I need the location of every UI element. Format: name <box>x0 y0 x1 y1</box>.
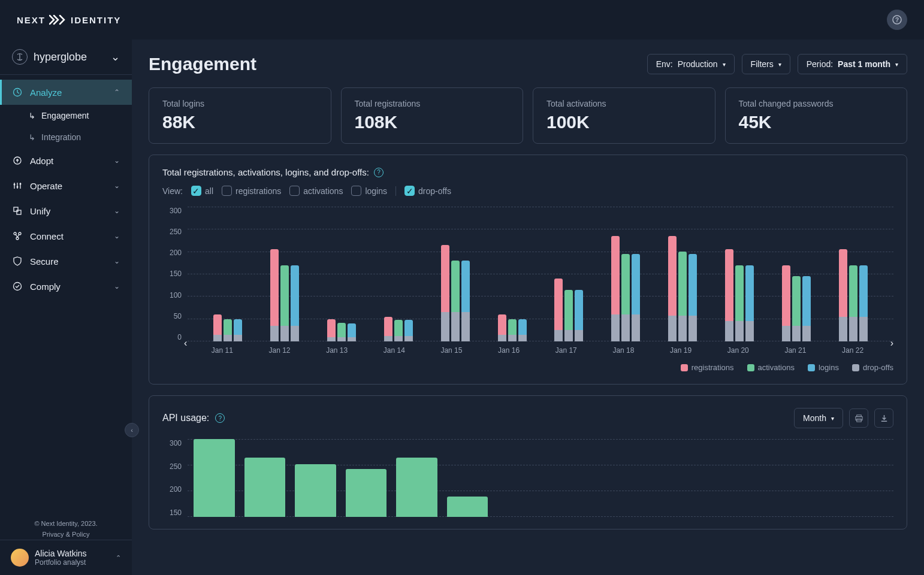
env-selector[interactable]: Env: Production ▾ <box>647 54 735 74</box>
printer-icon <box>854 414 863 423</box>
org-icon <box>12 49 28 65</box>
print-button[interactable] <box>849 408 868 428</box>
bar[interactable] <box>621 254 630 341</box>
bar-group <box>498 207 527 341</box>
nav-item-comply[interactable]: Comply ⌄ <box>0 274 132 299</box>
org-selector[interactable]: hyperglobe ⌄ <box>0 40 132 75</box>
y-tick: 250 <box>162 462 182 471</box>
bar[interactable] <box>234 319 242 341</box>
stat-cards: Total logins 88K Total registrations 108… <box>149 87 907 144</box>
svg-rect-7 <box>14 207 18 211</box>
view-filters: View: ✓allregistrationsactivationslogins… <box>162 186 893 196</box>
sidebar: hyperglobe ⌄ Analyze ⌃ ↳ Engagement ↳ In… <box>0 40 132 575</box>
bar[interactable] <box>441 245 449 341</box>
bar[interactable] <box>337 323 346 342</box>
nav-item-adopt[interactable]: Adopt ⌄ <box>0 148 132 173</box>
stat-label: Total changed passwords <box>739 99 894 108</box>
user-row[interactable]: Alicia Watkins Portfolio analyst ⌃ <box>0 540 132 575</box>
nav-item-unify[interactable]: Unify ⌄ <box>0 198 132 223</box>
nav-item-analyze[interactable]: Analyze ⌃ <box>0 80 132 105</box>
bar[interactable] <box>270 249 279 341</box>
bar[interactable] <box>295 464 336 517</box>
nav: Analyze ⌃ ↳ Engagement ↳ Integration Ado… <box>0 75 132 512</box>
sub-item-integration[interactable]: ↳ Integration <box>0 126 132 148</box>
bar[interactable] <box>404 320 413 341</box>
bar[interactable] <box>396 458 437 517</box>
bar[interactable] <box>508 319 517 341</box>
bar[interactable] <box>725 249 733 341</box>
view-filter-logins[interactable]: logins <box>351 186 387 196</box>
bar[interactable] <box>213 314 222 341</box>
bar[interactable] <box>194 439 235 517</box>
bar[interactable] <box>244 458 286 517</box>
bar[interactable] <box>859 265 868 342</box>
bar[interactable] <box>782 265 790 342</box>
top-bar: NEXT IDENTITY ? <box>0 0 924 40</box>
check-circle-icon <box>12 281 23 292</box>
bar[interactable] <box>632 254 640 341</box>
nav-item-secure[interactable]: Secure ⌄ <box>0 249 132 274</box>
bar[interactable] <box>668 236 677 341</box>
legend-item[interactable]: registrations <box>681 363 734 372</box>
api-period-selector[interactable]: Month ▾ <box>794 408 843 428</box>
legend-label: registrations <box>692 363 734 372</box>
bar[interactable] <box>461 261 470 341</box>
bar[interactable] <box>802 276 811 341</box>
x-tick: Jan 13 <box>326 346 348 355</box>
stat-card-passwords: Total changed passwords 45K <box>725 87 908 144</box>
sub-item-engagement[interactable]: ↳ Engagement <box>0 105 132 126</box>
bar[interactable] <box>745 265 754 342</box>
help-button[interactable]: ? <box>887 10 907 30</box>
org-name: hyperglobe <box>34 51 87 63</box>
info-icon[interactable]: ? <box>215 413 225 423</box>
bar[interactable] <box>554 279 563 341</box>
bar[interactable] <box>575 290 583 341</box>
x-tick: Jan 16 <box>498 346 520 355</box>
info-icon[interactable]: ? <box>374 168 384 177</box>
view-filter-drop-offs[interactable]: ✓drop-offs <box>404 186 451 196</box>
nav-item-connect[interactable]: Connect ⌄ <box>0 223 132 249</box>
y-tick: 200 <box>162 485 182 494</box>
download-button[interactable] <box>874 408 893 428</box>
bar[interactable] <box>394 320 403 341</box>
chart-prev-button[interactable]: ‹ <box>184 338 187 349</box>
legend-item[interactable]: drop-offs <box>852 363 893 372</box>
x-tick: Jan 20 <box>727 346 749 355</box>
bar[interactable] <box>498 314 506 341</box>
bar-group <box>213 207 242 341</box>
svg-point-6 <box>20 183 22 185</box>
bar[interactable] <box>735 265 744 342</box>
bar[interactable] <box>611 236 620 341</box>
legend-item[interactable]: activations <box>747 363 795 372</box>
bar[interactable] <box>564 290 573 341</box>
bar[interactable] <box>689 254 697 341</box>
legend-item[interactable]: logins <box>808 363 839 372</box>
bar[interactable] <box>849 265 857 342</box>
view-filter-activations[interactable]: activations <box>289 186 343 196</box>
nav-item-operate[interactable]: Operate ⌄ <box>0 173 132 198</box>
bar[interactable] <box>839 249 847 341</box>
bar[interactable] <box>451 261 460 341</box>
view-filter-all[interactable]: ✓all <box>191 186 213 196</box>
privacy-link[interactable]: Privacy & Policy <box>0 529 132 540</box>
bar[interactable] <box>280 265 289 342</box>
bar[interactable] <box>384 317 392 341</box>
copyright: © Next Identity, 2023. <box>0 518 132 529</box>
bar[interactable] <box>678 252 687 341</box>
view-filter-registrations[interactable]: registrations <box>222 186 281 196</box>
y-axis: 300250200150 <box>162 439 182 517</box>
bar[interactable] <box>792 276 801 341</box>
filters-button[interactable]: Filters ▾ <box>742 54 790 74</box>
bar[interactable] <box>224 319 232 341</box>
period-selector[interactable]: Period: Past 1 month ▾ <box>798 54 907 74</box>
bar[interactable] <box>291 265 299 342</box>
chart-next-button[interactable]: › <box>890 338 893 349</box>
bar[interactable] <box>327 319 336 341</box>
bar[interactable] <box>447 497 488 517</box>
bar[interactable] <box>346 469 387 517</box>
bar[interactable] <box>518 319 527 341</box>
stat-card-logins: Total logins 88K <box>149 87 331 144</box>
collapse-sidebar-button[interactable]: ‹ <box>125 423 139 437</box>
bar[interactable] <box>348 323 356 341</box>
bar-group <box>725 207 754 341</box>
